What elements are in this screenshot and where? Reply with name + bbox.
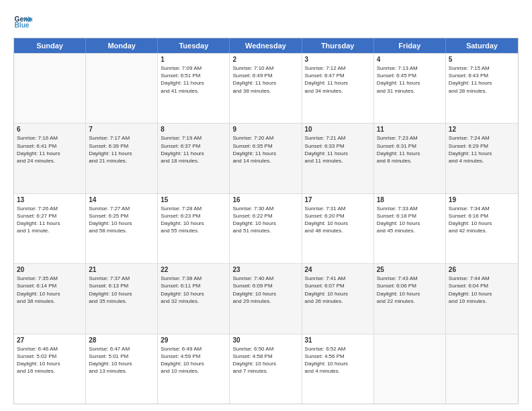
calendar-cell: 29Sunrise: 6:49 AM Sunset: 4:59 PM Dayli… <box>158 334 230 404</box>
calendar-cell: 9Sunrise: 7:20 AM Sunset: 6:35 PM Daylig… <box>230 124 302 193</box>
calendar-cell: 6Sunrise: 7:16 AM Sunset: 6:41 PM Daylig… <box>14 124 86 193</box>
cell-text: Sunrise: 7:27 AM Sunset: 6:25 PM Dayligh… <box>89 205 154 235</box>
calendar-header: SundayMondayTuesdayWednesdayThursdayFrid… <box>14 38 518 53</box>
calendar-row-4: 27Sunrise: 6:46 AM Sunset: 5:02 PM Dayli… <box>14 334 518 404</box>
cell-text: Sunrise: 7:38 AM Sunset: 6:11 PM Dayligh… <box>161 275 226 305</box>
header-day-saturday: Saturday <box>446 38 518 53</box>
calendar-cell: 22Sunrise: 7:38 AM Sunset: 6:11 PM Dayli… <box>158 264 230 333</box>
calendar-cell: 18Sunrise: 7:33 AM Sunset: 6:18 PM Dayli… <box>374 194 446 263</box>
calendar-cell: 8Sunrise: 7:19 AM Sunset: 6:37 PM Daylig… <box>158 124 230 193</box>
cell-text: Sunrise: 7:43 AM Sunset: 6:06 PM Dayligh… <box>377 275 443 305</box>
day-number: 16 <box>232 196 298 203</box>
calendar-cell: 27Sunrise: 6:46 AM Sunset: 5:02 PM Dayli… <box>14 334 86 404</box>
day-number: 19 <box>449 196 515 203</box>
header-day-sunday: Sunday <box>14 38 86 53</box>
day-number: 11 <box>377 126 443 133</box>
cell-text: Sunrise: 7:21 AM Sunset: 6:33 PM Dayligh… <box>305 134 371 165</box>
cell-text: Sunrise: 7:41 AM Sunset: 6:07 PM Dayligh… <box>305 275 371 305</box>
day-number: 5 <box>449 56 515 63</box>
calendar-cell: 24Sunrise: 7:41 AM Sunset: 6:07 PM Dayli… <box>302 264 374 333</box>
calendar-cell: 30Sunrise: 6:50 AM Sunset: 4:58 PM Dayli… <box>230 334 302 404</box>
cell-text: Sunrise: 7:17 AM Sunset: 6:39 PM Dayligh… <box>89 134 154 165</box>
day-number: 3 <box>305 56 371 63</box>
day-number: 26 <box>449 266 515 273</box>
logo-icon: General Blue <box>13 12 32 31</box>
cell-text: Sunrise: 7:16 AM Sunset: 6:41 PM Dayligh… <box>17 134 83 165</box>
calendar-cell: 2Sunrise: 7:10 AM Sunset: 6:49 PM Daylig… <box>230 54 302 123</box>
calendar: SundayMondayTuesdayWednesdayThursdayFrid… <box>13 38 519 404</box>
day-number: 31 <box>305 336 371 344</box>
calendar-cell: 1Sunrise: 7:09 AM Sunset: 6:51 PM Daylig… <box>158 54 230 123</box>
day-number: 7 <box>89 126 154 133</box>
cell-text: Sunrise: 7:10 AM Sunset: 6:49 PM Dayligh… <box>232 64 298 95</box>
day-number: 15 <box>161 196 226 203</box>
calendar-cell: 3Sunrise: 7:12 AM Sunset: 6:47 PM Daylig… <box>302 54 374 123</box>
cell-text: Sunrise: 7:40 AM Sunset: 6:09 PM Dayligh… <box>232 275 298 305</box>
calendar-cell: 31Sunrise: 6:52 AM Sunset: 4:56 PM Dayli… <box>302 334 374 404</box>
cell-text: Sunrise: 7:37 AM Sunset: 6:13 PM Dayligh… <box>89 275 154 305</box>
calendar-cell <box>14 54 86 123</box>
day-number: 14 <box>89 196 154 203</box>
cell-text: Sunrise: 7:20 AM Sunset: 6:35 PM Dayligh… <box>232 134 298 165</box>
calendar-cell: 15Sunrise: 7:28 AM Sunset: 6:23 PM Dayli… <box>158 194 230 263</box>
day-number: 4 <box>377 56 443 63</box>
calendar-cell: 25Sunrise: 7:43 AM Sunset: 6:06 PM Dayli… <box>374 264 446 333</box>
day-number: 9 <box>232 126 298 133</box>
day-number: 27 <box>17 336 83 344</box>
calendar-cell: 20Sunrise: 7:35 AM Sunset: 6:14 PM Dayli… <box>14 264 86 333</box>
day-number: 10 <box>305 126 371 133</box>
cell-text: Sunrise: 7:34 AM Sunset: 6:16 PM Dayligh… <box>449 205 515 235</box>
header-day-tuesday: Tuesday <box>158 38 230 53</box>
cell-text: Sunrise: 7:23 AM Sunset: 6:31 PM Dayligh… <box>377 134 443 165</box>
calendar-cell: 11Sunrise: 7:23 AM Sunset: 6:31 PM Dayli… <box>374 124 446 193</box>
calendar-cell: 5Sunrise: 7:15 AM Sunset: 6:43 PM Daylig… <box>446 54 518 123</box>
calendar-row-3: 20Sunrise: 7:35 AM Sunset: 6:14 PM Dayli… <box>14 263 518 333</box>
day-number: 25 <box>377 266 443 273</box>
cell-text: Sunrise: 6:49 AM Sunset: 4:59 PM Dayligh… <box>161 345 226 375</box>
day-number: 20 <box>17 266 83 273</box>
day-number: 18 <box>377 196 443 203</box>
calendar-cell: 7Sunrise: 7:17 AM Sunset: 6:39 PM Daylig… <box>86 124 158 193</box>
header-day-thursday: Thursday <box>302 38 374 53</box>
cell-text: Sunrise: 7:35 AM Sunset: 6:14 PM Dayligh… <box>17 275 83 305</box>
cell-text: Sunrise: 7:28 AM Sunset: 6:23 PM Dayligh… <box>161 205 226 235</box>
cell-text: Sunrise: 6:50 AM Sunset: 4:58 PM Dayligh… <box>232 345 298 375</box>
calendar-cell: 4Sunrise: 7:13 AM Sunset: 6:45 PM Daylig… <box>374 54 446 123</box>
day-number: 2 <box>232 56 298 63</box>
cell-text: Sunrise: 7:15 AM Sunset: 6:43 PM Dayligh… <box>449 64 515 95</box>
calendar-body: 1Sunrise: 7:09 AM Sunset: 6:51 PM Daylig… <box>14 53 518 404</box>
calendar-cell: 16Sunrise: 7:30 AM Sunset: 6:22 PM Dayli… <box>230 194 302 263</box>
calendar-row-0: 1Sunrise: 7:09 AM Sunset: 6:51 PM Daylig… <box>14 53 518 123</box>
calendar-cell: 23Sunrise: 7:40 AM Sunset: 6:09 PM Dayli… <box>230 264 302 333</box>
day-number: 29 <box>161 336 226 344</box>
day-number: 8 <box>161 126 226 133</box>
calendar-cell: 21Sunrise: 7:37 AM Sunset: 6:13 PM Dayli… <box>86 264 158 333</box>
day-number: 1 <box>161 56 226 63</box>
cell-text: Sunrise: 6:46 AM Sunset: 5:02 PM Dayligh… <box>17 345 83 375</box>
cell-text: Sunrise: 7:12 AM Sunset: 6:47 PM Dayligh… <box>305 64 371 95</box>
cell-text: Sunrise: 7:24 AM Sunset: 6:29 PM Dayligh… <box>449 134 515 165</box>
cell-text: Sunrise: 7:30 AM Sunset: 6:22 PM Dayligh… <box>232 205 298 235</box>
cell-text: Sunrise: 7:19 AM Sunset: 6:37 PM Dayligh… <box>161 134 226 165</box>
calendar-cell: 28Sunrise: 6:47 AM Sunset: 5:01 PM Dayli… <box>86 334 158 404</box>
cell-text: Sunrise: 7:26 AM Sunset: 6:27 PM Dayligh… <box>17 205 83 235</box>
calendar-cell: 19Sunrise: 7:34 AM Sunset: 6:16 PM Dayli… <box>446 194 518 263</box>
calendar-cell <box>86 54 158 123</box>
header-day-wednesday: Wednesday <box>230 38 302 53</box>
cell-text: Sunrise: 7:44 AM Sunset: 6:04 PM Dayligh… <box>449 275 515 305</box>
calendar-row-2: 13Sunrise: 7:26 AM Sunset: 6:27 PM Dayli… <box>14 193 518 263</box>
day-number: 30 <box>232 336 298 344</box>
page: General Blue SundayMondayTuesdayWednesda… <box>0 0 532 411</box>
day-number: 17 <box>305 196 371 203</box>
cell-text: Sunrise: 7:31 AM Sunset: 6:20 PM Dayligh… <box>305 205 371 235</box>
calendar-cell: 13Sunrise: 7:26 AM Sunset: 6:27 PM Dayli… <box>14 194 86 263</box>
header-day-monday: Monday <box>86 38 158 53</box>
logo: General Blue <box>13 12 35 31</box>
calendar-cell: 10Sunrise: 7:21 AM Sunset: 6:33 PM Dayli… <box>302 124 374 193</box>
calendar-cell: 14Sunrise: 7:27 AM Sunset: 6:25 PM Dayli… <box>86 194 158 263</box>
day-number: 22 <box>161 266 226 273</box>
calendar-cell: 17Sunrise: 7:31 AM Sunset: 6:20 PM Dayli… <box>302 194 374 263</box>
cell-text: Sunrise: 6:52 AM Sunset: 4:56 PM Dayligh… <box>305 345 371 375</box>
calendar-cell <box>374 334 446 404</box>
svg-text:Blue: Blue <box>15 21 30 29</box>
